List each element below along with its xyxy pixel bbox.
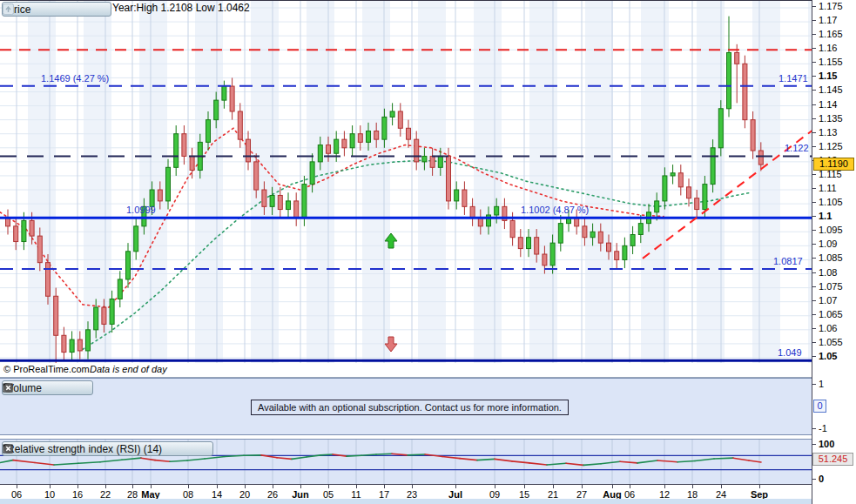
price-axis-label: 1.06 [819,323,837,333]
level-label: 1.0999 [126,205,156,215]
time-axis-tick [245,485,246,488]
time-axis-tick [17,485,17,488]
time-axis-tick [300,485,301,488]
price-axis-label: 1.13 [819,127,837,138]
copyright-label: © ProRealTime.com [3,364,90,374]
axis-tick [812,174,816,175]
time-axis-tick [50,485,51,488]
close-icon[interactable] [65,3,77,15]
axis-tick [812,272,816,273]
time-axis-tick [328,485,329,488]
year-range-label: Year:High 1.2108 Low 1.0462 [112,2,250,14]
axis-tick [812,342,816,343]
axis-tick [812,132,816,133]
rsi-value-badge: 51.245 [812,453,853,466]
price-axis-label: 1.135 [819,113,843,124]
time-axis-tick [630,485,630,488]
time-axis-tick [553,485,554,488]
prorealtime-window: Price Year:High 1.2108 Low 1.0462 1.1469… [0,0,856,504]
time-axis-tick [582,485,583,488]
copyright-strip: © ProRealTime.com Data is end of day [0,363,812,378]
level-label: 1.1002 (4.87 %) [521,205,589,215]
volume-axis-label: 1 [819,379,824,389]
time-axis-tick [612,485,613,488]
close-icon[interactable] [197,443,208,454]
axis-tick [812,314,816,315]
axis-tick [812,286,816,287]
last-price-badge: 1.1190 [813,158,854,171]
price-axis-column[interactable]: 1.1751.171.1651.161.1551.151.1451.141.13… [812,0,856,504]
time-axis-tick [356,485,357,488]
price-axis-label: 1.155 [819,57,843,67]
move-panel-down-icon[interactable] [80,3,91,15]
price-panel-header: Price [2,2,111,17]
level-label: 1.122 [785,143,809,153]
price-axis-label: 1.075 [819,281,843,292]
rsi-axis-label: 100 [819,439,834,449]
price-axis-label: 1.16 [819,43,837,53]
wrench-icon[interactable] [167,443,179,454]
time-axis-tick [78,485,78,488]
price-axis-label: 1.08 [819,267,837,278]
time-axis-tick [524,485,525,488]
price-axis-label: 1.085 [819,252,843,263]
level-label: 1.0817 [773,256,803,266]
wrench-icon[interactable] [47,382,58,393]
axis-tick [812,188,816,189]
move-panel-up-icon[interactable] [95,3,106,15]
time-axis-tick [495,485,495,488]
price-axis-label: 1.095 [819,225,843,235]
price-axis-label: 1.1 [819,211,832,221]
time-axis-tick [664,485,665,488]
window-icon[interactable] [62,382,73,393]
volume-axis-label: -1 [819,423,827,433]
rsi-panel-header: Relative strength index (RSI) (14) [2,441,213,456]
axis-tick [812,479,816,480]
time-axis-tick [188,485,189,488]
price-axis-label: 1.17 [819,15,837,25]
time-axis-tick [721,485,722,488]
axis-tick [812,34,816,35]
axis-tick [812,230,816,231]
price-axis-label: 1.15 [819,71,837,81]
axis-tick [812,356,816,357]
price-axis-label: 1.14 [819,99,837,110]
level-label: 1.1471 [778,73,808,84]
price-axis-label: 1.11 [819,183,837,193]
volume-panel-header: Volume [2,380,93,395]
time-axis-tick [105,485,106,488]
axis-tick [812,216,816,217]
axis-tick [812,428,816,429]
time-axis-tick [217,485,218,488]
time-axis-tick [455,485,456,488]
price-axis-label: 1.065 [819,309,843,319]
axis-tick [812,90,816,91]
price-axis-label: 1.145 [819,84,843,95]
price-axis-label: 1.09 [819,239,837,249]
axis-tick [812,244,816,245]
axis-tick [812,6,816,7]
time-axis-tick [151,485,152,488]
wrench-icon[interactable] [36,3,47,15]
subscription-message[interactable]: Available with an optional subscription.… [251,400,569,415]
window-icon[interactable] [182,443,193,454]
axis-tick [812,384,816,385]
volume-value-badge: 0 [813,400,826,413]
axis-tick [812,62,816,63]
axis-tick [812,444,816,445]
window-icon[interactable] [51,3,62,15]
time-axis-tick [412,485,413,488]
rsi-axis-label: 0 [819,474,824,484]
price-chart[interactable] [0,1,812,364]
close-icon[interactable] [77,382,88,393]
time-axis-tick [273,485,273,488]
price-axis-label: 1.165 [819,29,843,39]
time-axis-tick [759,485,760,488]
time-axis-tick [692,485,693,488]
axis-tick [812,76,816,77]
axis-tick [812,202,816,203]
time-axis-tick [132,485,133,488]
axis-tick [812,300,816,301]
rsi-panel-title: Relative strength index (RSI) (14) [7,443,164,455]
axis-tick [812,48,816,49]
